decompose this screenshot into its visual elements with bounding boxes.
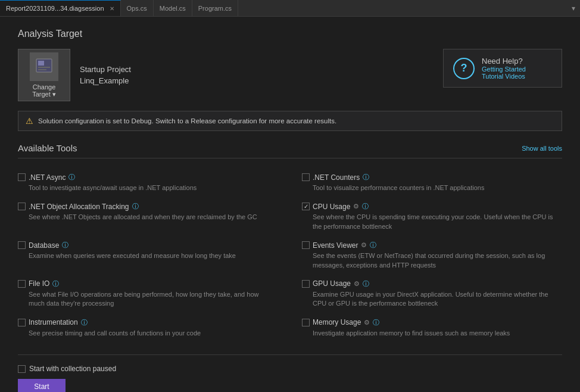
- tool-checkbox-dotnet-counters[interactable]: [302, 173, 310, 181]
- help-title: Need Help?: [482, 57, 526, 66]
- tool-checkbox-memory-usage[interactable]: [302, 319, 310, 326]
- startup-project-area: ChangeTarget ▾ Startup Project Linq_Exam…: [18, 49, 131, 101]
- getting-started-link[interactable]: Getting Started: [482, 66, 526, 73]
- start-collection-paused-checkbox[interactable]: [18, 365, 26, 373]
- tool-desc-events-viewer: See the events (ETW or NetTrace) that oc…: [302, 251, 562, 270]
- tool-help-icon-dotnet-async[interactable]: ⓘ: [68, 173, 75, 182]
- tool-desc-memory-usage: Investigate application memory to find i…: [302, 329, 562, 338]
- tool-name-instrumentation: Instrumentation: [29, 318, 78, 326]
- tool-item-cpu-usage: CPU Usage ⚙ ⓘ See where the CPU is spend…: [290, 197, 562, 236]
- tool-desc-dotnet-async: Tool to investigate async/await usage in…: [18, 183, 272, 192]
- tool-help-icon-database[interactable]: ⓘ: [62, 241, 68, 250]
- svg-rect-1: [38, 61, 44, 66]
- change-target-label: ChangeTarget ▾: [32, 83, 56, 98]
- tab-diag-label: Report20231109...34.diagsession: [6, 5, 104, 12]
- section-divider: [18, 354, 562, 355]
- tool-header-dotnet-object-tracking: .NET Object Allocation Tracking ⓘ: [18, 202, 272, 211]
- show-all-tools-link[interactable]: Show all tools: [522, 145, 562, 152]
- tool-item-instrumentation: Instrumentation ⓘ See precise timing and…: [18, 313, 290, 343]
- tool-checkbox-instrumentation[interactable]: [18, 319, 26, 326]
- tab-bar: Report20231109...34.diagsession ✕ Ops.cs…: [0, 0, 580, 17]
- main-content: Analysis Target ChangeTarget ▾ Startup P…: [0, 17, 580, 392]
- tool-name-memory-usage: Memory Usage: [313, 318, 361, 326]
- tool-gear-icon-cpu-usage[interactable]: ⚙: [353, 203, 359, 210]
- tool-name-database: Database: [29, 241, 59, 250]
- tool-header-gpu-usage: GPU Usage ⚙ ⓘ: [302, 279, 562, 288]
- tool-item-memory-usage: Memory Usage ⚙ ⓘ Investigate application…: [290, 313, 562, 343]
- tool-checkbox-dotnet-object-tracking[interactable]: [18, 203, 26, 210]
- tool-checkbox-file-io[interactable]: [18, 280, 26, 288]
- tab-model-label: Model.cs: [160, 5, 186, 12]
- target-row: ChangeTarget ▾ Startup Project Linq_Exam…: [18, 49, 562, 101]
- tool-desc-database: Examine when queries were executed and m…: [18, 251, 272, 260]
- tool-gear-icon-memory-usage[interactable]: ⚙: [364, 319, 370, 326]
- tab-program[interactable]: Program.cs: [192, 0, 238, 16]
- tool-desc-cpu-usage: See where the CPU is spending time execu…: [302, 213, 562, 231]
- tools-grid: .NET Async ⓘ Tool to investigate async/a…: [18, 168, 562, 343]
- tool-desc-file-io: See what File I/O operations are being p…: [18, 290, 272, 309]
- tools-header: Available Tools Show all tools: [18, 143, 562, 158]
- start-button[interactable]: Start: [18, 379, 66, 392]
- tool-checkbox-cpu-usage[interactable]: [302, 203, 310, 210]
- tool-desc-dotnet-counters: Tool to visualize performance counters i…: [302, 183, 562, 192]
- change-target-button[interactable]: ChangeTarget ▾: [18, 49, 70, 101]
- tool-name-file-io: File IO: [29, 279, 49, 288]
- tool-item-dotnet-async: .NET Async ⓘ Tool to investigate async/a…: [18, 168, 290, 197]
- tool-gear-icon-gpu-usage[interactable]: ⚙: [354, 280, 360, 288]
- tool-header-dotnet-async: .NET Async ⓘ: [18, 173, 272, 182]
- tab-ops[interactable]: Ops.cs: [121, 0, 154, 16]
- tool-desc-gpu-usage: Examine GPU usage in your DirectX applic…: [302, 290, 562, 309]
- tab-overflow-button[interactable]: ▾: [567, 0, 580, 16]
- warning-text: Solution configuration is set to Debug. …: [38, 117, 336, 125]
- project-icon-image: [30, 52, 58, 81]
- tool-checkbox-events-viewer[interactable]: [302, 241, 310, 249]
- tool-help-icon-memory-usage[interactable]: ⓘ: [373, 318, 379, 327]
- tool-name-gpu-usage: GPU Usage: [313, 279, 351, 288]
- tool-help-icon-instrumentation[interactable]: ⓘ: [81, 318, 88, 327]
- svg-rect-2: [38, 67, 50, 68]
- tool-header-cpu-usage: CPU Usage ⚙ ⓘ: [302, 202, 562, 211]
- tool-item-events-viewer: Events Viewer ⚙ ⓘ See the events (ETW or…: [290, 236, 562, 275]
- tool-item-file-io: File IO ⓘ See what File I/O operations a…: [18, 275, 290, 313]
- start-checkbox-row: Start with collection paused: [18, 365, 562, 373]
- available-tools-title: Available Tools: [18, 143, 77, 153]
- tool-checkbox-database[interactable]: [18, 241, 26, 249]
- help-question-icon: ?: [453, 58, 475, 79]
- tool-item-dotnet-object-tracking: .NET Object Allocation Tracking ⓘ See wh…: [18, 197, 290, 236]
- help-box: ? Need Help? Getting Started Tutorial Vi…: [443, 49, 562, 88]
- tab-ops-label: Ops.cs: [127, 5, 147, 12]
- tool-gear-icon-events-viewer[interactable]: ⚙: [361, 241, 367, 249]
- tool-desc-dotnet-object-tracking: See where .NET Objects are allocated and…: [18, 213, 272, 222]
- tool-name-dotnet-object-tracking: .NET Object Allocation Tracking: [29, 203, 129, 211]
- tool-header-database: Database ⓘ: [18, 241, 272, 250]
- tool-help-icon-dotnet-counters[interactable]: ⓘ: [363, 173, 369, 182]
- tool-checkbox-dotnet-async[interactable]: [18, 173, 26, 181]
- help-text-area: Need Help? Getting Started Tutorial Vide…: [482, 57, 526, 80]
- tool-item-database: Database ⓘ Examine when queries were exe…: [18, 236, 290, 275]
- tutorial-videos-link[interactable]: Tutorial Videos: [482, 73, 526, 80]
- analysis-target-title: Analysis Target: [18, 29, 562, 39]
- tab-model[interactable]: Model.cs: [154, 0, 192, 16]
- tool-item-gpu-usage: GPU Usage ⚙ ⓘ Examine GPU usage in your …: [290, 275, 562, 313]
- tool-help-icon-gpu-usage[interactable]: ⓘ: [363, 279, 369, 288]
- svg-rect-3: [38, 69, 46, 70]
- tool-checkbox-gpu-usage[interactable]: [302, 280, 310, 288]
- tool-help-icon-cpu-usage[interactable]: ⓘ: [362, 202, 369, 211]
- tool-desc-instrumentation: See precise timing and call counts of fu…: [18, 329, 272, 338]
- tool-name-cpu-usage: CPU Usage: [313, 203, 350, 211]
- tab-diag[interactable]: Report20231109...34.diagsession ✕: [0, 0, 121, 16]
- tool-name-events-viewer: Events Viewer: [313, 241, 358, 250]
- tool-name-dotnet-counters: .NET Counters: [313, 173, 360, 182]
- tool-help-icon-file-io[interactable]: ⓘ: [52, 279, 59, 288]
- tool-help-icon-events-viewer[interactable]: ⓘ: [370, 241, 376, 250]
- tool-header-file-io: File IO ⓘ: [18, 279, 272, 288]
- tool-header-dotnet-counters: .NET Counters ⓘ: [302, 173, 562, 182]
- start-collection-paused-label: Start with collection paused: [29, 365, 116, 373]
- tool-header-events-viewer: Events Viewer ⚙ ⓘ: [302, 241, 562, 250]
- tool-header-memory-usage: Memory Usage ⚙ ⓘ: [302, 318, 562, 327]
- warning-bar: ⚠ Solution configuration is set to Debug…: [18, 111, 562, 131]
- start-section: Start with collection paused Start: [18, 365, 562, 392]
- tool-help-icon-dotnet-object-tracking[interactable]: ⓘ: [132, 202, 139, 211]
- tool-item-dotnet-counters: .NET Counters ⓘ Tool to visualize perfor…: [290, 168, 562, 197]
- tab-diag-close[interactable]: ✕: [110, 5, 114, 12]
